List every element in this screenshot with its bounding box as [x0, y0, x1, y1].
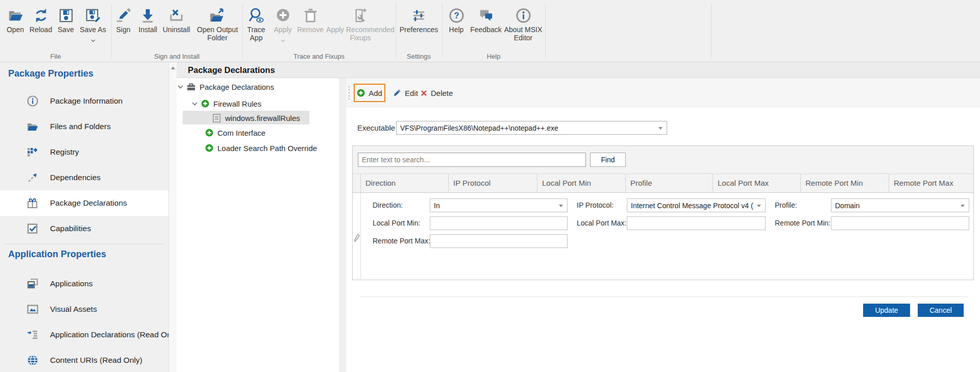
cancel-button[interactable]: Cancel — [918, 304, 964, 317]
page-title: Package Declarations — [188, 62, 275, 78]
chevron-down-icon[interactable] — [178, 85, 183, 89]
trace-app-button[interactable]: Trace App — [242, 5, 270, 44]
sidebar-item-application-declarations[interactable]: Application Declarations (Read Only) — [0, 322, 168, 348]
grid-header-local-port-min[interactable]: Local Port Min — [537, 174, 625, 192]
panel-splitter[interactable] — [339, 78, 346, 372]
ribbon-button-label: About MSIX Editor — [503, 26, 543, 42]
uninstall-button[interactable]: Uninstall — [160, 5, 192, 42]
sidebar-item-label: Applications — [50, 279, 93, 288]
install-button[interactable]: Install — [135, 5, 160, 42]
local-port-max-input[interactable] — [627, 216, 766, 230]
executable-combobox[interactable]: VFS\ProgramFilesX86\Notepad++\notepad++.… — [396, 121, 667, 135]
chevron-down-icon — [91, 35, 95, 44]
sidebar-item-label: Files and Folders — [50, 122, 111, 131]
reload-button[interactable]: Reload — [28, 5, 54, 44]
remote-port-min-input[interactable] — [831, 216, 969, 230]
plus-circle-icon — [205, 129, 213, 137]
grid-header-direction[interactable]: Direction — [360, 174, 448, 192]
ribbon-divider — [242, 4, 243, 58]
plus-circle-icon — [205, 144, 213, 152]
sidebar-item-label: Dependencies — [50, 173, 101, 182]
dropdown-arrow-icon — [961, 205, 965, 207]
grid-header-remote-port-max[interactable]: Remote Port Max — [889, 174, 973, 192]
save-button[interactable]: Save — [54, 5, 78, 44]
ribbon-button-label: Apply Recommended Fixups — [325, 26, 396, 42]
info-icon — [27, 95, 39, 107]
feedback-button[interactable]: Feedback — [469, 5, 503, 42]
sidebar-item-files-and-folders[interactable]: Files and Folders — [0, 114, 168, 139]
search-input[interactable] — [358, 153, 586, 167]
tree-node-label: Loader Search Path Override — [217, 144, 317, 153]
ribbon-button-label: Install — [138, 26, 157, 34]
sidebar-scrollbar[interactable] — [168, 62, 177, 372]
grid-header-ip-protocol[interactable]: IP Protocol — [448, 174, 537, 192]
sidebar-item-label: Capabilities — [50, 224, 91, 233]
grid-header-row: Direction IP Protocol Local Port Min Pro… — [353, 173, 973, 193]
delete-x-icon — [421, 90, 427, 96]
uninstall-icon — [168, 6, 185, 25]
leader-column-divider — [360, 193, 361, 279]
feedback-icon — [478, 6, 495, 25]
ribbon-group-help: ? Help Feedback About MSIX Editor — [442, 0, 545, 62]
tree-node-label: windows.firewallRules — [225, 114, 300, 122]
sidebar-section-divider — [5, 244, 164, 244]
tree-node-com-interface[interactable]: Com Interface — [177, 126, 339, 139]
checkbox-check-icon — [27, 222, 39, 235]
sidebar-item-applications[interactable]: Applications — [0, 271, 168, 296]
tree-node-firewall-rules[interactable]: Firewall Rules — [177, 97, 339, 110]
open-button[interactable]: Open — [3, 5, 28, 44]
sidebar-item-package-information[interactable]: Package Information — [0, 88, 168, 114]
edit-button-label: Edit — [405, 89, 418, 97]
profile-field-label: Profile: — [775, 199, 797, 212]
ribbon-button-label: Open Output Folder — [192, 26, 242, 42]
add-button[interactable]: Add — [354, 84, 385, 102]
tree-node-loader-search-path-override[interactable]: Loader Search Path Override — [177, 141, 339, 155]
grid-header-local-port-max[interactable]: Local Port Max — [713, 174, 800, 192]
tree-node-label: Package Declarations — [200, 83, 274, 91]
remote-port-max-field-label: Remote Port Max: — [373, 234, 430, 248]
sidebar-item-dependencies[interactable]: Dependencies — [0, 165, 168, 190]
profile-select[interactable]: Domain — [831, 199, 969, 212]
edit-pencil-icon — [393, 89, 401, 97]
folder-icon — [27, 120, 39, 133]
toolbar-grip-handle[interactable] — [348, 85, 350, 101]
applications-windows-icon — [27, 278, 39, 290]
local-port-min-input[interactable] — [430, 216, 568, 230]
tree-node-windows-firewallrules[interactable]: windows.firewallRules — [177, 111, 339, 125]
tree-node-package-declarations[interactable]: Package Declarations — [177, 80, 339, 93]
scroll-up-arrow-icon[interactable] — [171, 66, 175, 69]
chevron-down-icon — [281, 35, 285, 44]
ribbon-button-label: Uninstall — [163, 26, 190, 34]
sign-button[interactable]: Sign — [111, 5, 135, 42]
delete-button[interactable]: Delete — [416, 84, 457, 102]
ip-protocol-select[interactable]: Internet Control Message Protocol v4 (I.… — [627, 199, 766, 212]
save-as-button[interactable]: Save As — [78, 5, 108, 44]
trace-app-icon — [248, 6, 265, 25]
sidebar-item-content-uris[interactable]: Content URIs (Read Only) — [0, 348, 168, 372]
about-msix-editor-button[interactable]: About MSIX Editor — [503, 5, 543, 42]
grid-header-profile[interactable]: Profile — [625, 174, 713, 192]
help-button[interactable]: ? Help — [444, 5, 469, 42]
ribbon-divider — [545, 4, 546, 58]
direction-field-label: Direction: — [373, 199, 403, 212]
sidebar-section-header-application-properties: Application Properties — [8, 249, 106, 260]
sidebar-item-package-declarations[interactable]: Package Declarations — [0, 190, 168, 216]
sidebar-item-capabilities[interactable]: Capabilities — [0, 216, 168, 241]
local-port-min-field-label: Local Port Min: — [373, 216, 420, 230]
apply-recommended-fixups-button: Apply Recommended Fixups — [325, 5, 396, 44]
remote-port-max-input[interactable] — [430, 234, 568, 248]
grid-search-row: Find — [353, 146, 973, 173]
update-button[interactable]: Update — [863, 304, 910, 317]
chevron-down-icon[interactable] — [192, 102, 198, 106]
sidebar-item-registry[interactable]: Registry — [0, 139, 168, 165]
sidebar-item-visual-assets[interactable]: Visual Assets — [0, 296, 168, 322]
open-output-folder-button[interactable]: Open Output Folder — [192, 5, 242, 42]
dependencies-arrow-icon — [27, 171, 39, 184]
preferences-button[interactable]: Preferences — [397, 5, 441, 34]
tree-node-label: Com Interface — [217, 129, 265, 137]
ribbon-divider — [111, 4, 112, 58]
find-button[interactable]: Find — [590, 153, 626, 167]
grid-header-remote-port-min[interactable]: Remote Port Min — [800, 174, 889, 192]
detail-toolbar: Add Edit Delete — [346, 78, 980, 107]
direction-select[interactable]: In — [430, 199, 568, 212]
